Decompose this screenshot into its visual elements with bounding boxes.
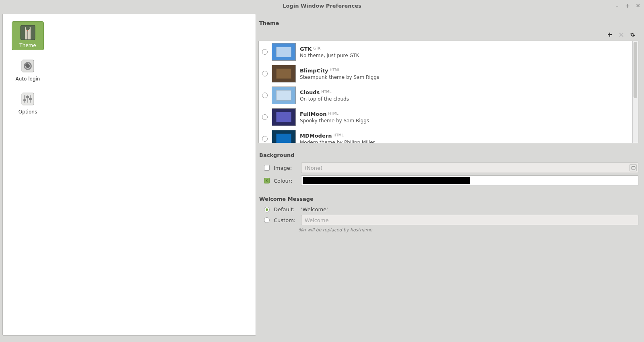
sidebar-label-autologin: Auto login xyxy=(16,76,40,82)
theme-toolbar xyxy=(258,29,638,41)
add-theme-button[interactable] xyxy=(606,31,613,38)
colour-swatch xyxy=(303,177,470,184)
welcome-default-radio[interactable] xyxy=(264,207,270,212)
theme-badge: HTML xyxy=(333,133,343,137)
theme-name: BlimpCity xyxy=(300,68,328,74)
svg-point-2 xyxy=(26,26,30,30)
options-icon xyxy=(19,91,36,107)
sidebar-label-theme: Theme xyxy=(19,43,36,48)
theme-row-clouds[interactable]: CloudsHTMLOn top of the clouds xyxy=(259,84,632,106)
section-background-header: Background xyxy=(259,152,638,158)
theme-desc: On top of the clouds xyxy=(300,96,349,102)
section-theme-header: Theme xyxy=(259,20,638,26)
theme-name: GTK xyxy=(300,46,312,52)
theme-thumbnail xyxy=(272,130,296,143)
theme-badge: HTML xyxy=(321,90,331,94)
minimize-button[interactable]: – xyxy=(613,2,621,9)
theme-icon xyxy=(19,24,36,41)
window-title: Login Window Preferences xyxy=(283,3,361,9)
theme-list: GTKGTKNo theme, just pure GTKBlimpCityHT… xyxy=(258,41,638,143)
background-image-label: Image: xyxy=(274,165,297,171)
main-panel: Theme GTKGTKNo theme, just pure GTKBlimp… xyxy=(258,14,642,336)
theme-name: Clouds xyxy=(300,89,320,95)
titlebar: Login Window Preferences – + ✕ xyxy=(0,0,644,11)
maximize-button[interactable]: + xyxy=(624,2,631,9)
theme-row-mdmodern[interactable]: MDModernHTMLModern theme by Philipp Mill… xyxy=(259,128,632,143)
theme-desc: No theme, just pure GTK xyxy=(300,53,359,58)
welcome-hint: %n will be replaced by hostname xyxy=(299,227,638,233)
svg-rect-7 xyxy=(24,95,25,103)
welcome-custom-radio[interactable] xyxy=(264,217,270,223)
section-welcome-header: Welcome Message xyxy=(259,196,638,202)
theme-badge: GTK xyxy=(313,46,320,50)
welcome-default-label: Default: xyxy=(274,206,297,212)
window-controls: – + ✕ xyxy=(613,0,642,11)
theme-desc: Modern theme by Philipp Miller xyxy=(300,140,375,143)
theme-thumbnail xyxy=(272,65,296,82)
background-image-checkbox[interactable] xyxy=(264,165,270,171)
autologin-icon xyxy=(19,58,36,74)
background-colour-checkbox[interactable] xyxy=(264,178,270,183)
background-colour-label: Colour: xyxy=(274,178,297,184)
background-image-browse-button[interactable] xyxy=(630,164,637,171)
theme-desc: Steampunk theme by Sam Riggs xyxy=(300,74,379,80)
theme-row-blimpcity[interactable]: BlimpCityHTMLSteampunk theme by Sam Rigg… xyxy=(259,63,632,84)
theme-desc: Spooky theme by Sam Riggs xyxy=(300,118,369,124)
background-colour-input[interactable] xyxy=(301,175,638,186)
welcome-default-value: 'Welcome' xyxy=(301,206,328,212)
theme-badge: HTML xyxy=(330,68,340,72)
svg-rect-10 xyxy=(23,99,26,101)
sidebar: Theme Auto login xyxy=(2,14,256,336)
background-image-input: (None) xyxy=(301,163,638,173)
theme-name: FullMoon xyxy=(300,111,326,117)
theme-row-fullmoon[interactable]: FullMoonHTMLSpooky theme by Sam Riggs xyxy=(259,106,632,128)
svg-rect-13 xyxy=(632,167,635,169)
svg-rect-14 xyxy=(632,166,635,167)
theme-radio[interactable] xyxy=(262,136,268,142)
theme-thumbnail xyxy=(272,43,296,61)
welcome-custom-label: Custom: xyxy=(274,217,297,223)
close-button[interactable]: ✕ xyxy=(634,2,642,9)
welcome-custom-input[interactable]: Welcome xyxy=(301,215,638,225)
sidebar-item-autologin[interactable]: Auto login xyxy=(12,55,44,83)
remove-theme-button xyxy=(617,31,625,38)
sidebar-item-theme[interactable]: Theme xyxy=(12,21,44,50)
theme-radio[interactable] xyxy=(262,49,268,55)
scroll-thumb[interactable] xyxy=(634,42,637,98)
theme-radio[interactable] xyxy=(262,114,268,120)
theme-row-gtk[interactable]: GTKGTKNo theme, just pure GTK xyxy=(259,41,632,63)
theme-name: MDModern xyxy=(300,133,332,139)
scrollbar[interactable] xyxy=(632,41,638,143)
theme-thumbnail xyxy=(272,87,296,104)
theme-radio[interactable] xyxy=(262,71,268,76)
svg-rect-11 xyxy=(26,96,29,98)
theme-radio[interactable] xyxy=(262,93,268,98)
theme-thumbnail xyxy=(272,108,296,126)
svg-rect-12 xyxy=(29,98,32,100)
settings-theme-button[interactable] xyxy=(629,31,636,38)
sidebar-label-options: Options xyxy=(19,109,37,115)
content: Theme Auto login xyxy=(0,11,644,338)
sidebar-item-options[interactable]: Options xyxy=(12,88,44,116)
theme-badge: HTML xyxy=(328,111,338,115)
